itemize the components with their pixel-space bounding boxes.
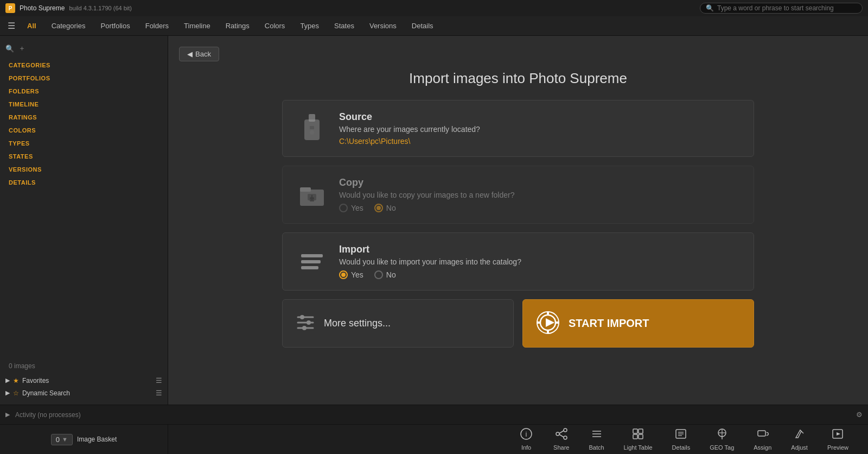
activity-bar: ▶ Activity (no processes) ⚙: [0, 405, 868, 424]
sidebar-item-portfolios[interactable]: PORTFOLIOS: [0, 72, 168, 85]
sidebar-add-icon[interactable]: ＋: [18, 43, 25, 53]
nav-item-details[interactable]: Details: [405, 20, 440, 32]
app-title: Photo Supreme: [20, 4, 65, 12]
more-settings-label: More settings...: [324, 318, 391, 329]
dynamic-search-expand-arrow[interactable]: ▶: [5, 389, 10, 396]
batch-icon: [591, 428, 603, 443]
nav-item-versions[interactable]: Versions: [363, 20, 403, 32]
tool-assign-button[interactable]: Assign: [745, 426, 780, 453]
svg-rect-5: [300, 187, 311, 192]
copy-radio-no-label: No: [386, 204, 396, 212]
basket-label: Image Basket: [77, 436, 117, 443]
global-search[interactable]: 🔍: [700, 3, 863, 14]
tool-adjust-label: Adjust: [791, 444, 808, 451]
svg-rect-21: [537, 321, 540, 324]
tool-geo-tag-button[interactable]: GEO Tag: [701, 426, 743, 453]
copy-card-question: Would you like to copy your images to a …: [339, 191, 741, 199]
activity-expand-arrow[interactable]: ▶: [5, 411, 10, 418]
tool-light-table-button[interactable]: Light Table: [615, 426, 661, 453]
tool-details-label: Details: [672, 444, 691, 451]
nav-item-types[interactable]: Types: [293, 20, 326, 32]
svg-rect-22: [556, 321, 559, 324]
tool-info-button[interactable]: i Info: [510, 426, 542, 453]
sidebar-item-colors[interactable]: COLORS: [0, 124, 168, 137]
import-lines-icon: [301, 254, 323, 269]
tool-adjust-button[interactable]: Adjust: [782, 426, 816, 453]
nav-item-all[interactable]: All: [21, 20, 43, 32]
preview-icon: [832, 428, 844, 443]
activity-settings-icon[interactable]: ⚙: [856, 411, 863, 419]
bottom-bar: 0 ▼ Image Basket i Info Share Batch: [0, 424, 868, 454]
import-radio-yes[interactable]: Yes: [339, 270, 363, 279]
svg-point-11: [300, 315, 304, 319]
tool-batch-label: Batch: [589, 444, 604, 451]
sliders-icon: [296, 313, 315, 334]
favorites-label[interactable]: Favorites: [22, 377, 49, 384]
sidebar-item-timeline[interactable]: TIMELINE: [0, 98, 168, 111]
sidebar-item-states[interactable]: STATES: [0, 150, 168, 163]
image-count: 0 images: [0, 358, 168, 374]
app-logo: P: [5, 3, 15, 13]
nav-item-portfolios[interactable]: Portfolios: [94, 20, 137, 32]
nav-item-colors[interactable]: Colors: [258, 20, 292, 32]
content-topbar: ◀ Back: [179, 47, 857, 61]
content-area: ◀ Back Import images into Photo Supreme …: [168, 36, 868, 405]
import-radio-no[interactable]: No: [374, 270, 396, 279]
sidebar-item-types[interactable]: TYPES: [0, 137, 168, 150]
source-card-path[interactable]: C:\Users\pc\Pictures\: [339, 137, 741, 146]
svg-marker-50: [837, 432, 840, 436]
tool-batch-button[interactable]: Batch: [580, 426, 612, 453]
svg-line-28: [559, 431, 564, 433]
sidebar-item-ratings[interactable]: RATINGS: [0, 111, 168, 124]
svg-line-46: [767, 434, 769, 436]
import-icon-area: [296, 254, 328, 269]
svg-rect-1: [309, 114, 315, 122]
nav-item-states[interactable]: States: [328, 20, 361, 32]
source-card[interactable]: Source Where are your images currently l…: [282, 100, 754, 157]
nav-item-ratings[interactable]: Ratings: [219, 20, 256, 32]
basket-count: 0: [56, 436, 60, 444]
tool-share-label: Share: [553, 444, 569, 451]
basket-dropdown-arrow[interactable]: ▼: [62, 436, 68, 443]
tool-share-button[interactable]: Share: [545, 426, 578, 453]
copy-icon-area: [296, 182, 328, 208]
menu-icon[interactable]: ☰: [4, 18, 18, 33]
more-settings-button[interactable]: More settings...: [282, 299, 514, 348]
nav-item-categories[interactable]: Categories: [45, 20, 92, 32]
bottom-cards-row: More settings... START IMP: [282, 299, 754, 348]
copy-radio-yes-dot: [339, 204, 348, 212]
sidebar-search-icon[interactable]: 🔍: [5, 45, 14, 53]
tool-info-label: Info: [521, 444, 531, 451]
geo-tag-icon: [716, 428, 728, 443]
sidebar-item-categories[interactable]: CATEGORIES: [0, 59, 168, 72]
sidebar-item-versions[interactable]: VERSIONS: [0, 163, 168, 176]
svg-rect-33: [633, 429, 637, 433]
import-card-title: Import: [339, 244, 741, 255]
copy-radio-yes[interactable]: Yes: [339, 204, 363, 212]
tool-assign-label: Assign: [754, 444, 771, 451]
basket-count-badge[interactable]: 0 ▼: [51, 434, 73, 445]
dynamic-search-menu-icon[interactable]: ☰: [156, 389, 162, 397]
sidebar-item-details[interactable]: DETAILS: [0, 176, 168, 189]
nav-item-folders[interactable]: Folders: [139, 20, 175, 32]
favorites-expand-arrow[interactable]: ▶: [5, 377, 10, 384]
svg-rect-36: [639, 434, 643, 439]
start-import-button[interactable]: START IMPORT: [522, 299, 754, 348]
svg-rect-19: [547, 312, 549, 315]
favorites-menu-icon[interactable]: ☰: [156, 376, 162, 384]
copy-radio-no[interactable]: No: [374, 204, 396, 212]
tool-details-button[interactable]: Details: [663, 426, 699, 453]
source-card-title: Source: [339, 111, 741, 123]
back-button[interactable]: ◀ Back: [179, 47, 219, 61]
search-input[interactable]: [717, 4, 857, 12]
dynamic-search-label[interactable]: Dynamic Search: [22, 389, 70, 397]
start-import-label: START IMPORT: [569, 317, 649, 330]
tool-geo-tag-label: GEO Tag: [710, 444, 734, 451]
nav-item-timeline[interactable]: Timeline: [177, 20, 217, 32]
copy-card-title: Copy: [339, 177, 741, 188]
svg-point-27: [564, 436, 567, 439]
tool-preview-label: Preview: [827, 444, 848, 451]
import-radio-yes-dot: [339, 270, 348, 279]
tool-preview-button[interactable]: Preview: [819, 426, 857, 453]
sidebar-item-folders[interactable]: FOLDERS: [0, 85, 168, 98]
